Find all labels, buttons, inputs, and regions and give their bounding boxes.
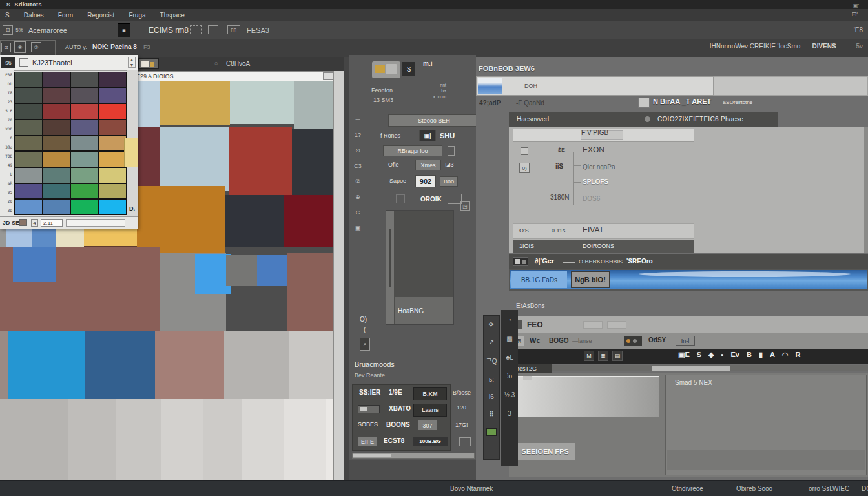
eife-field[interactable]: EIFE <box>358 436 377 447</box>
columns-icon[interactable]: ▯▯ <box>227 25 240 34</box>
color-swatch[interactable] <box>15 120 42 135</box>
color-swatch[interactable] <box>99 88 127 103</box>
edit-tool-icon[interactable]: A <box>770 351 775 359</box>
color-swatch[interactable] <box>43 136 70 151</box>
sticky-note-tab[interactable] <box>124 138 138 167</box>
oroik-button[interactable]: OROIK <box>420 196 442 203</box>
active-tool-button[interactable]: ◙ <box>118 23 130 37</box>
preview-strip-bar-right[interactable] <box>714 76 868 96</box>
color-swatch[interactable] <box>43 104 70 119</box>
swatches-title-bar[interactable]: s6 KJ23Thaotei ▲▼ <box>0 55 138 71</box>
document-vertical-scrollbar[interactable] <box>333 71 344 480</box>
inl-box[interactable]: In-l <box>676 336 695 346</box>
color-swatch[interactable] <box>15 88 42 103</box>
swatch-pair-icon[interactable] <box>513 257 528 266</box>
panel-mode-icon[interactable]: ≣ <box>598 351 608 361</box>
color-swatch[interactable] <box>43 72 70 87</box>
divens-label[interactable]: DIVENS <box>812 43 836 50</box>
menu-item[interactable]: Dalnes <box>24 12 44 19</box>
bkm-button[interactable]: B.KM <box>413 388 447 400</box>
menu-right-icon[interactable]: ⊡' <box>852 11 858 17</box>
swatch-mini-icon[interactable]: 5% <box>14 25 25 35</box>
color-swatch[interactable] <box>71 72 98 87</box>
corner-box[interactable]: ◳ <box>460 202 470 211</box>
tool-icon[interactable]: ⊕ <box>352 194 364 200</box>
edit-tool-icon[interactable]: Ev <box>730 351 739 359</box>
rbragpi-spinner[interactable] <box>448 146 455 156</box>
scroll-handle[interactable] <box>652 366 730 371</box>
color-swatch[interactable] <box>71 168 98 183</box>
edit-tool-icon[interactable]: ▮ <box>759 351 763 359</box>
splofs-value[interactable]: SPLOFS <box>583 178 608 185</box>
berkobhbis-label[interactable]: O BERKOBHBIS <box>579 258 623 265</box>
tool-icon[interactable]: ᆖ <box>352 114 364 123</box>
status-color-chip[interactable] <box>19 219 27 226</box>
status-item[interactable]: Obireb Sooo <box>736 485 772 492</box>
color-swatch[interactable] <box>71 88 98 103</box>
menu-item[interactable]: S <box>5 12 10 19</box>
folder-icon[interactable] <box>372 61 400 78</box>
palette-spinner[interactable]: ▲▼ <box>128 57 136 68</box>
color-swatch[interactable] <box>71 120 98 135</box>
drag-handle-icon[interactable]: D. <box>129 205 135 212</box>
status-item[interactable]: orro SsLWIEC <box>809 485 849 492</box>
laans-button[interactable]: Laans <box>413 404 447 417</box>
rones-box[interactable]: ▣| <box>419 130 436 141</box>
oroik-field[interactable] <box>448 194 462 204</box>
color-swatch[interactable] <box>15 104 42 119</box>
zoom-level-field[interactable]: 2.11 <box>41 219 63 227</box>
boo-box[interactable]: Boo <box>440 176 458 187</box>
color-swatch[interactable] <box>99 168 127 183</box>
ghost-tab-2[interactable] <box>607 321 626 329</box>
color-swatch[interactable] <box>71 136 98 151</box>
table-r4c3-field[interactable]: 100B.BG <box>412 436 448 447</box>
small-tool-icon[interactable]: ⌕ <box>360 338 370 351</box>
side-box-icon[interactable] <box>459 437 471 446</box>
preview-strip-bar[interactable]: DOH <box>476 76 714 96</box>
color-swatch[interactable] <box>15 72 42 87</box>
color-swatch[interactable] <box>99 184 127 199</box>
color-swatch[interactable] <box>99 104 127 119</box>
color-pair-chip[interactable] <box>624 336 642 346</box>
image-thumbnail[interactable] <box>478 78 502 94</box>
steooo-field[interactable]: Steooo BEH <box>388 114 480 127</box>
strip-tool-icon[interactable]: 3 <box>508 410 512 417</box>
strip-tool-icon[interactable]: ᄀQ <box>486 356 497 366</box>
exon-value[interactable]: EXON <box>583 145 604 154</box>
status-item[interactable]: DC <box>862 485 868 492</box>
marquee-icon[interactable] <box>190 25 202 34</box>
panel-icon[interactable] <box>208 25 218 34</box>
xmes-box[interactable]: Xmes <box>415 160 441 170</box>
color-swatch[interactable] <box>71 200 98 214</box>
rbragpi-field[interactable]: RBragpi loo <box>383 145 442 156</box>
menu-item[interactable]: Fruga <box>129 12 145 19</box>
gcr-label[interactable]: ∂|'Gcr <box>535 257 554 265</box>
color-swatch[interactable] <box>71 152 98 167</box>
color-swatch[interactable] <box>15 168 42 183</box>
subwindow-scroll-track[interactable] <box>552 365 868 371</box>
edit-tool-icon[interactable]: S <box>697 351 701 359</box>
color-swatch[interactable] <box>99 120 127 135</box>
bogo-label[interactable]: BOGO <box>549 337 569 344</box>
strip-tool-icon[interactable]: ⠿ <box>489 411 493 418</box>
color-swatch[interactable] <box>15 152 42 167</box>
strip-tool-icon[interactable]: ⟳ <box>489 321 494 328</box>
gradient-preview[interactable] <box>515 376 659 417</box>
color-swatch[interactable] <box>99 152 127 167</box>
color-swatch[interactable] <box>43 184 70 199</box>
menu-item[interactable]: Form <box>58 12 73 19</box>
color-swatch[interactable] <box>99 200 127 214</box>
doiroons-row[interactable]: 1IOIS DOIROONS <box>513 240 694 253</box>
edit-tool-icon[interactable]: B <box>747 351 752 359</box>
preview-scrollbar[interactable] <box>386 211 395 324</box>
oroik-checkbox[interactable] <box>396 194 405 203</box>
xbato-toggle[interactable] <box>358 405 380 413</box>
wc-label[interactable]: Wc <box>530 336 541 344</box>
menu-item[interactable]: Regorcist <box>87 12 114 19</box>
edit-tool-icon[interactable]: R <box>796 351 801 359</box>
menu-item[interactable]: Thspace <box>160 12 185 19</box>
status-field[interactable] <box>66 219 125 227</box>
dialog-horizontal-scrollbar[interactable] <box>352 453 475 459</box>
strip-tool-icon[interactable]: ↗ <box>489 338 494 346</box>
color-swatch[interactable] <box>15 184 42 199</box>
